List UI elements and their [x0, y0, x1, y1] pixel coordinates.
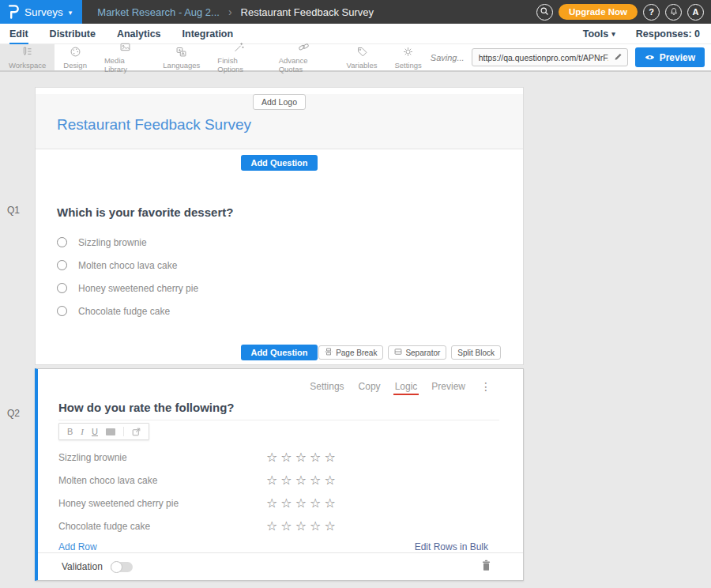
insert-link-button[interactable] — [132, 428, 141, 436]
star-icon[interactable]: ☆ — [310, 518, 324, 533]
page-break-button[interactable]: Page Break — [318, 345, 383, 360]
q2-settings-link[interactable]: Settings — [310, 381, 344, 392]
avatar[interactable]: A — [687, 4, 704, 21]
edit-url-button[interactable] — [610, 48, 627, 66]
radio-icon[interactable] — [57, 306, 67, 316]
tab-integration[interactable]: Integration — [182, 28, 234, 40]
add-question-button-top[interactable]: Add Question — [241, 155, 317, 171]
toolbar-divider — [123, 427, 124, 436]
star-icon[interactable]: ☆ — [280, 518, 295, 533]
toolbar-item-finish-options[interactable]: Finish Options — [209, 44, 269, 70]
star-icon[interactable]: ☆ — [295, 450, 310, 465]
add-question-button-bottom[interactable]: Add Question — [241, 345, 317, 360]
breadcrumb-separator-icon: › — [228, 6, 232, 18]
tab-analytics[interactable]: Analytics — [117, 28, 161, 40]
image-icon — [119, 41, 131, 55]
help-button[interactable]: ? — [643, 4, 660, 21]
radio-icon[interactable] — [57, 283, 67, 293]
preview-button[interactable]: Preview — [635, 47, 705, 67]
q1-option[interactable]: Sizzling brownie — [57, 231, 523, 254]
star-icon[interactable]: ☆ — [310, 473, 324, 488]
eye-icon — [645, 52, 655, 63]
star-icon[interactable]: ☆ — [266, 473, 280, 488]
gear-icon — [402, 46, 414, 59]
star-icon[interactable]: ☆ — [324, 473, 338, 488]
survey-header: Add Logo Restaurant Feedback Survey — [36, 94, 523, 149]
chevron-down-icon: ▾ — [611, 30, 615, 38]
survey-canvas: Q1 Q2 Add Logo Restaurant Feedback Surve… — [0, 72, 711, 586]
star-icon[interactable]: ☆ — [324, 450, 338, 465]
toolbar-item-media-library[interactable]: Media Library — [96, 44, 154, 70]
q2-question-text[interactable]: How do you rate the following? — [58, 401, 499, 420]
q1-option-label[interactable]: Sizzling brownie — [78, 237, 147, 248]
toolbar-item-workspace[interactable]: Workspace — [0, 44, 55, 70]
toolbar-item-variables[interactable]: Variables — [338, 44, 386, 70]
toolbar-item-settings[interactable]: Settings — [386, 44, 430, 70]
upgrade-now-button[interactable]: Upgrade Now — [559, 4, 638, 20]
radio-icon[interactable] — [57, 237, 67, 247]
star-icon[interactable]: ☆ — [324, 496, 338, 511]
q1-question-text[interactable]: Which is your favorite dessert? — [57, 205, 523, 219]
radio-icon[interactable] — [57, 260, 67, 270]
separator-icon — [394, 348, 402, 357]
star-icon[interactable]: ☆ — [295, 518, 310, 533]
toolbar-item-advance-quotas[interactable]: Advance Quotas — [270, 44, 338, 70]
star-icon[interactable]: ☆ — [280, 450, 295, 465]
q1-option[interactable]: Honey sweetened cherry pie — [57, 277, 523, 300]
delete-question-button[interactable] — [481, 560, 491, 574]
q2-preview-link[interactable]: Preview — [431, 381, 465, 392]
workspace-icon — [21, 46, 33, 59]
add-logo-button[interactable]: Add Logo — [253, 94, 306, 110]
star-icon[interactable]: ☆ — [295, 496, 310, 511]
page-break-icon — [325, 348, 333, 357]
q1-option-label[interactable]: Molten choco lava cake — [78, 260, 177, 271]
bold-button[interactable]: B — [67, 428, 73, 436]
responses-count: Responses: 0 — [636, 28, 700, 40]
star-icon[interactable]: ☆ — [295, 473, 310, 488]
edit-rows-in-bulk-link[interactable]: Edit Rows in Bulk — [415, 541, 488, 552]
q1-option[interactable]: Chocolate fudge cake — [57, 300, 523, 322]
separator-button[interactable]: Separator — [388, 345, 446, 360]
underline-button[interactable]: U — [92, 428, 98, 436]
questionpro-app: Surveys ▾ Market Research - Aug 2... › R… — [0, 0, 711, 588]
insert-image-button[interactable] — [106, 428, 115, 435]
q2-rating-rows: Sizzling brownie ☆☆☆☆☆ Molten choco lava… — [58, 446, 523, 537]
rating-row-label[interactable]: Sizzling brownie — [58, 452, 266, 463]
rating-row-label[interactable]: Honey sweetened cherry pie — [58, 498, 266, 509]
tab-edit[interactable]: Edit — [9, 28, 28, 40]
star-icon[interactable]: ☆ — [280, 496, 295, 511]
toggle-knob[interactable] — [111, 561, 122, 573]
q1-option[interactable]: Molten choco lava cake — [57, 254, 523, 277]
add-row-link[interactable]: Add Row — [58, 541, 97, 552]
breadcrumb-folder[interactable]: Market Research - Aug 2... — [97, 6, 220, 18]
star-icon[interactable]: ☆ — [310, 496, 324, 511]
validation-toggle[interactable] — [111, 562, 133, 572]
toolbar-item-design[interactable]: Design — [55, 44, 96, 70]
tools-menu[interactable]: Tools ▾ — [583, 28, 615, 40]
star-icon[interactable]: ☆ — [280, 473, 295, 488]
italic-button[interactable]: I — [81, 428, 84, 436]
toolbar-item-languages[interactable]: Languages — [154, 44, 209, 70]
search-button[interactable] — [536, 4, 553, 21]
star-icon[interactable]: ☆ — [324, 518, 338, 533]
star-rating: ☆☆☆☆☆ — [266, 450, 339, 465]
q2-copy-link[interactable]: Copy — [359, 381, 381, 392]
star-icon[interactable]: ☆ — [266, 450, 280, 465]
kebab-menu-icon[interactable]: ⋮ — [480, 383, 491, 390]
q1-option-label[interactable]: Honey sweetened cherry pie — [78, 283, 198, 294]
star-icon[interactable]: ☆ — [266, 518, 280, 533]
surveys-product-menu[interactable]: Surveys ▾ — [0, 0, 82, 24]
tab-distribute[interactable]: Distribute — [50, 28, 96, 40]
survey-url-input[interactable] — [472, 53, 610, 62]
split-block-button[interactable]: Split Block — [451, 345, 501, 360]
star-icon[interactable]: ☆ — [310, 450, 324, 465]
star-icon[interactable]: ☆ — [266, 496, 280, 511]
notifications-button[interactable] — [665, 4, 682, 21]
rating-row-label[interactable]: Molten choco lava cake — [58, 475, 266, 486]
rating-row-label[interactable]: Chocolate fudge cake — [58, 521, 266, 532]
survey-title[interactable]: Restaurant Feedback Survey — [57, 116, 523, 134]
tools-label: Tools — [583, 28, 608, 40]
split-block-label: Split Block — [457, 349, 495, 357]
q1-option-label[interactable]: Chocolate fudge cake — [78, 306, 170, 317]
q2-logic-link[interactable]: Logic — [395, 381, 418, 392]
